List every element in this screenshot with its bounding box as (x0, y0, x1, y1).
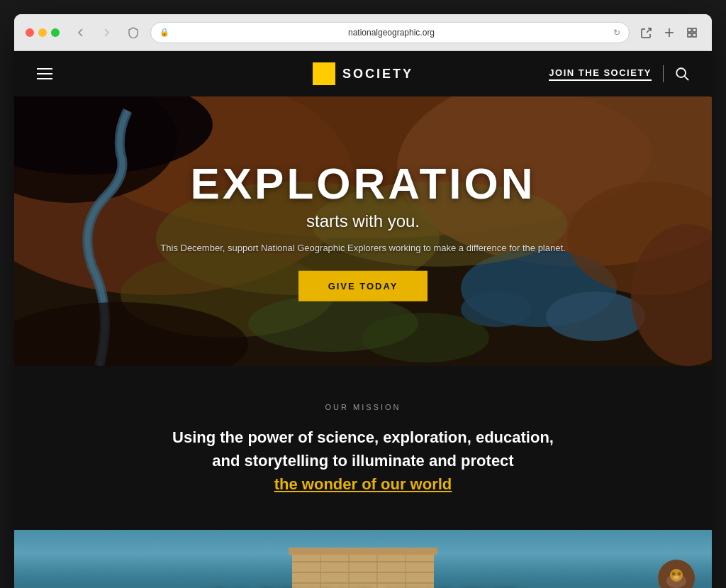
svg-rect-7 (313, 62, 335, 85)
hamburger-line (37, 73, 52, 74)
mission-section: OUR MISSION Using the power of science, … (14, 366, 712, 530)
svg-point-42 (674, 576, 679, 579)
join-society-link[interactable]: JOIN THE SOCIETY (549, 67, 652, 81)
svg-rect-3 (688, 28, 691, 32)
nav-left (37, 68, 52, 79)
hero-section: EXPLORATION starts with you. This Decemb… (14, 96, 712, 366)
floating-thumbnail[interactable] (658, 560, 695, 588)
hero-description: This December, support National Geograph… (150, 241, 576, 255)
browser-chrome: 🔒 nationalgeographic.org ↻ (14, 14, 712, 51)
svg-point-8 (676, 68, 686, 77)
site-title: SOCIETY (342, 67, 413, 82)
back-button[interactable] (71, 23, 91, 43)
svg-line-0 (647, 28, 651, 33)
address-bar[interactable]: 🔒 nationalgeographic.org ↻ (150, 22, 630, 43)
svg-point-40 (672, 572, 676, 576)
hamburger-line (37, 78, 52, 79)
svg-point-39 (670, 569, 683, 582)
website-content: SOCIETY JOIN THE SOCIETY (14, 51, 712, 588)
hero-title: EXPLORATION (150, 162, 576, 206)
temple-building-image (271, 537, 455, 588)
search-button[interactable] (675, 67, 689, 81)
give-today-button[interactable]: GIVE TODAY (298, 270, 428, 301)
svg-rect-6 (693, 33, 696, 37)
svg-line-9 (685, 77, 688, 80)
mission-text: Using the power of science, exploration,… (150, 426, 576, 496)
svg-rect-27 (292, 551, 434, 588)
thumbnail-image (658, 560, 695, 588)
hero-content: EXPLORATION starts with you. This Decemb… (150, 162, 576, 301)
nav-center-logo: SOCIETY (313, 62, 413, 85)
svg-rect-5 (688, 33, 691, 37)
search-icon (675, 67, 689, 81)
nav-right: JOIN THE SOCIETY (549, 65, 689, 82)
close-button[interactable] (26, 28, 34, 37)
share-button[interactable] (638, 24, 655, 41)
mission-label: OUR MISSION (37, 403, 689, 411)
mission-text-highlight: the wonder of our world (274, 475, 452, 493)
mission-text-part1: Using the power of science, exploration,… (172, 428, 554, 446)
refresh-icon[interactable]: ↻ (613, 28, 620, 38)
forward-button[interactable] (96, 23, 116, 43)
url-text[interactable]: nationalgeographic.org (175, 28, 608, 38)
hamburger-line (37, 68, 52, 70)
next-section-title: Go Beyond King Tut (14, 584, 712, 588)
browser-window: 🔒 nationalgeographic.org ↻ (14, 14, 712, 588)
natgeo-logo-icon[interactable] (313, 62, 335, 85)
site-navigation: SOCIETY JOIN THE SOCIETY (14, 51, 712, 96)
maximize-button[interactable] (51, 28, 60, 37)
lock-icon: 🔒 (160, 28, 169, 37)
browser-action-buttons (638, 24, 700, 41)
browser-navigation (71, 23, 116, 43)
svg-point-41 (678, 572, 681, 576)
window-controls (26, 28, 60, 37)
grid-view-button[interactable] (683, 24, 700, 41)
hamburger-menu[interactable] (37, 68, 52, 79)
minimize-button[interactable] (38, 28, 47, 37)
mission-text-part2: and storytelling to illuminate and prote… (212, 452, 513, 470)
new-tab-button[interactable] (661, 24, 678, 41)
nav-divider (663, 65, 664, 82)
svg-rect-36 (289, 548, 437, 555)
next-section-preview: Go Beyond King Tut (14, 530, 712, 588)
hero-subtitle: starts with you. (150, 211, 576, 231)
shield-icon (125, 24, 142, 41)
svg-rect-4 (693, 28, 696, 32)
